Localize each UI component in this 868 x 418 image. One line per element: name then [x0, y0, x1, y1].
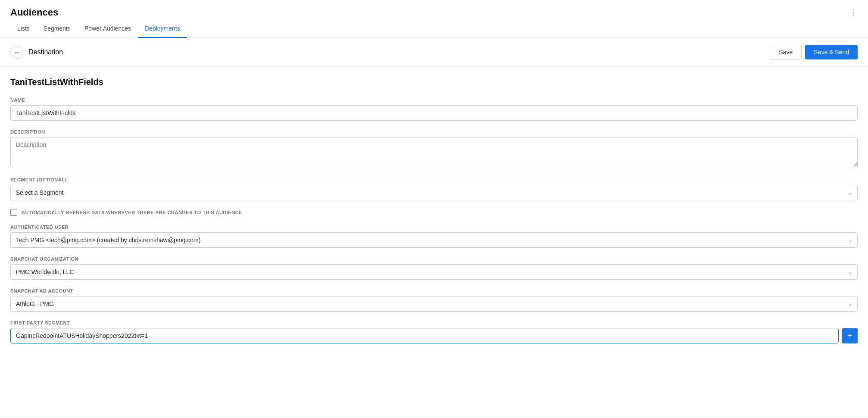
snapchat-org-label: SNAPCHAT ORGANIZATION: [10, 256, 858, 262]
description-label: DESCRIPTION: [10, 129, 858, 134]
first-party-row: +: [10, 328, 858, 343]
snapchat-org-select[interactable]: PMG Worldwide, LLC: [10, 264, 858, 280]
segment-select[interactable]: Select a Segment: [10, 185, 858, 200]
name-field-group: NAME: [10, 97, 858, 121]
page-header-left: ← Destination: [10, 46, 63, 59]
authenticated-user-label: AUTHENTICATED USER: [10, 225, 858, 230]
snapchat-ad-select-wrapper: Athleta - PMG ⌄: [10, 296, 858, 312]
tab-lists[interactable]: Lists: [10, 20, 37, 38]
page-header: ← Destination Save Save & Send: [0, 38, 868, 67]
description-textarea[interactable]: [10, 137, 858, 167]
auto-refresh-checkbox[interactable]: [10, 209, 17, 216]
save-and-send-button[interactable]: Save & Send: [805, 45, 858, 59]
add-first-party-button[interactable]: +: [842, 328, 858, 343]
header-actions: Save Save & Send: [770, 45, 858, 59]
back-button[interactable]: ←: [10, 46, 23, 59]
auto-refresh-row: AUTOMATICALLY REFRESH DATA WHENEVER THER…: [10, 209, 858, 216]
snapchat-ad-select[interactable]: Athleta - PMG: [10, 296, 858, 312]
page-title: Destination: [28, 48, 63, 56]
segment-label: SEGMENT (OPTIONAL): [10, 177, 858, 182]
tab-deployments[interactable]: Deployments: [138, 20, 187, 38]
more-options-icon[interactable]: ⋮: [849, 7, 858, 18]
description-field-group: DESCRIPTION: [10, 129, 858, 168]
record-title: TaniTestListWithFields: [10, 77, 858, 87]
app-header: Audiences ⋮: [0, 0, 868, 18]
save-button[interactable]: Save: [770, 45, 802, 59]
tab-power-audiences[interactable]: Power Audiences: [78, 20, 138, 38]
authenticated-user-field-group: AUTHENTICATED USER Tech PMG <tech@pmg.co…: [10, 225, 858, 248]
auto-refresh-label: AUTOMATICALLY REFRESH DATA WHENEVER THER…: [22, 210, 242, 215]
authenticated-user-select[interactable]: Tech PMG <tech@pmg.com> (created by chri…: [10, 232, 858, 248]
snapchat-ad-label: SNAPCHAT AD ACCOUNT: [10, 288, 858, 293]
segment-select-wrapper: Select a Segment ⌄: [10, 185, 858, 200]
authenticated-user-select-wrapper: Tech PMG <tech@pmg.com> (created by chri…: [10, 232, 858, 248]
segment-field-group: SEGMENT (OPTIONAL) Select a Segment ⌄: [10, 177, 858, 200]
snapchat-ad-field-group: SNAPCHAT AD ACCOUNT Athleta - PMG ⌄: [10, 288, 858, 312]
main-content: TaniTestListWithFields NAME DESCRIPTION …: [0, 67, 868, 362]
app-title: Audiences: [10, 7, 58, 18]
snapchat-org-select-wrapper: PMG Worldwide, LLC ⌄: [10, 264, 858, 280]
name-input[interactable]: [10, 105, 858, 121]
first-party-field-group: FIRST PARTY SEGMENT +: [10, 320, 858, 343]
first-party-label: FIRST PARTY SEGMENT: [10, 320, 858, 325]
snapchat-org-field-group: SNAPCHAT ORGANIZATION PMG Worldwide, LLC…: [10, 256, 858, 280]
name-label: NAME: [10, 97, 858, 103]
first-party-input[interactable]: [10, 328, 839, 343]
tab-bar: Lists Segments Power Audiences Deploymen…: [0, 20, 868, 38]
tab-segments[interactable]: Segments: [37, 20, 78, 38]
